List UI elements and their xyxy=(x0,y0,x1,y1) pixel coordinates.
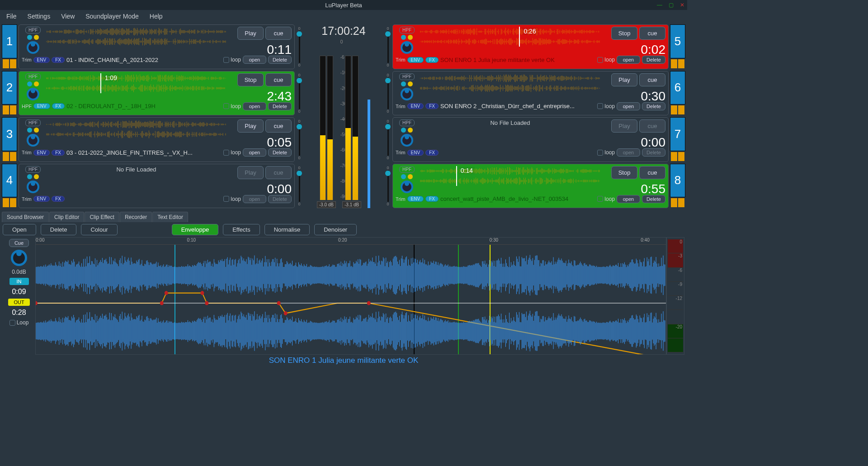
delete-button[interactable]: Delete xyxy=(268,102,292,110)
play-button[interactable]: Stop xyxy=(237,73,264,86)
hpf-button[interactable]: HPF xyxy=(25,119,41,126)
loop-check[interactable]: loop xyxy=(597,57,615,63)
play-button[interactable]: Play xyxy=(237,119,264,133)
open-button[interactable]: open xyxy=(243,148,266,157)
env-chip[interactable]: ENV xyxy=(33,103,50,109)
fx-chip[interactable]: FX xyxy=(52,150,65,156)
waveform-display[interactable] xyxy=(420,73,600,93)
hpf-button[interactable]: HPF xyxy=(25,166,41,173)
slot-number-7[interactable]: 7 xyxy=(670,117,685,151)
slot-number-4[interactable]: 4 xyxy=(2,164,17,198)
env-chip[interactable]: ENV xyxy=(33,150,50,156)
delete-button[interactable]: Delete xyxy=(268,195,292,203)
menu-settings[interactable]: Settings xyxy=(28,13,51,20)
slot-number-6[interactable]: 6 xyxy=(670,71,685,105)
tab-text-editor[interactable]: Text Editor xyxy=(152,212,188,222)
env-chip[interactable]: ENV xyxy=(33,57,50,63)
env-chip[interactable]: ENV xyxy=(407,57,424,63)
gain-knob[interactable] xyxy=(27,134,39,147)
cue-button[interactable]: cue xyxy=(265,27,292,40)
fx-chip[interactable]: FX xyxy=(52,57,65,63)
open-button[interactable]: open xyxy=(243,102,266,110)
cue-button[interactable]: cue xyxy=(265,166,292,179)
open-button[interactable]: open xyxy=(617,148,640,157)
slot-number-2[interactable]: 2 xyxy=(2,71,17,105)
gain-knob[interactable] xyxy=(401,88,413,100)
maximize-icon[interactable]: ▢ xyxy=(669,2,674,8)
fx-chip[interactable]: FX xyxy=(425,196,439,202)
ed-enveloppe-button[interactable]: Enveloppe xyxy=(172,224,218,235)
cue-button[interactable]: cue xyxy=(265,73,292,86)
menu-file[interactable]: File xyxy=(6,13,17,20)
ed-open-button[interactable]: Open xyxy=(3,224,36,235)
fx-chip[interactable]: FX xyxy=(425,57,439,63)
ed-delete-button[interactable]: Delete xyxy=(41,224,77,235)
hpf-button[interactable]: HPF xyxy=(399,166,415,173)
play-button[interactable]: Stop xyxy=(611,166,637,179)
slot-number-8[interactable]: 8 xyxy=(670,164,685,198)
cue-button[interactable]: cue xyxy=(639,27,665,40)
gain-knob[interactable] xyxy=(401,181,413,193)
ed-waveform[interactable]: 0:000:100:200:300:40 xyxy=(35,237,666,355)
open-button[interactable]: open xyxy=(617,102,640,110)
play-button[interactable]: Stop xyxy=(611,27,637,40)
waveform-display[interactable]: 0:26 xyxy=(420,27,600,47)
delete-button[interactable]: Delete xyxy=(642,195,665,203)
tab-clip-effect[interactable]: Clip Effect xyxy=(85,212,119,222)
ed-loop-check[interactable]: Loop xyxy=(9,319,29,326)
env-chip[interactable]: ENV xyxy=(407,103,424,109)
ed-effects-button[interactable]: Effects xyxy=(223,224,260,235)
waveform-display[interactable]: 0:14 xyxy=(420,166,600,186)
slot-volume-8[interactable]: 00 xyxy=(385,164,391,209)
env-chip[interactable]: ENV xyxy=(407,150,424,156)
cue-button[interactable]: cue xyxy=(639,119,665,133)
menu-view[interactable]: View xyxy=(61,13,75,20)
loop-check[interactable]: loop xyxy=(597,103,615,109)
fx-chip[interactable]: FX xyxy=(52,196,65,202)
delete-button[interactable]: Delete xyxy=(642,148,665,157)
slot-volume-4[interactable]: 00 xyxy=(296,164,302,209)
gain-knob[interactable] xyxy=(27,88,39,100)
cue-button[interactable]: cue xyxy=(265,119,292,133)
slot-number-3[interactable]: 3 xyxy=(2,117,17,151)
waveform-display[interactable]: 1:09 xyxy=(46,73,226,93)
loop-check[interactable]: loop xyxy=(597,196,615,202)
play-button[interactable]: Play xyxy=(237,27,264,40)
loop-check[interactable]: loop xyxy=(223,103,241,109)
ed-cue-button[interactable]: Cue xyxy=(9,239,29,247)
play-button[interactable]: Play xyxy=(237,166,264,179)
fx-chip[interactable]: FX xyxy=(425,103,439,109)
slot-number-1[interactable]: 1 xyxy=(2,24,17,58)
menu-soundplayer-mode[interactable]: Soundplayer Mode xyxy=(85,13,139,20)
ed-colour-button[interactable]: Colour xyxy=(81,224,117,235)
env-chip[interactable]: ENV xyxy=(33,196,50,202)
delete-button[interactable]: Delete xyxy=(642,102,665,110)
delete-button[interactable]: Delete xyxy=(268,56,292,64)
hpf-button[interactable]: HPF xyxy=(399,119,415,126)
tab-clip-editor[interactable]: Clip Editor xyxy=(49,212,84,222)
play-button[interactable]: Play xyxy=(611,73,637,86)
close-icon[interactable]: ✕ xyxy=(680,2,684,8)
ed-normalise-button[interactable]: Normalise xyxy=(264,224,310,235)
open-button[interactable]: open xyxy=(617,195,640,203)
env-chip[interactable]: ENV xyxy=(407,196,424,202)
waveform-display[interactable] xyxy=(46,27,226,47)
loop-check[interactable]: loop xyxy=(223,57,241,63)
cue-button[interactable]: cue xyxy=(639,166,665,179)
slot-volume-5[interactable]: 00 xyxy=(385,24,391,69)
slot-volume-7[interactable]: 00 xyxy=(385,117,391,162)
delete-button[interactable]: Delete xyxy=(642,56,665,64)
slot-volume-3[interactable]: 00 xyxy=(296,117,302,162)
ed-out-button[interactable]: OUT xyxy=(8,299,29,306)
delete-button[interactable]: Delete xyxy=(268,148,292,157)
minimize-icon[interactable]: — xyxy=(657,2,662,8)
hpf-button[interactable]: HPF xyxy=(399,73,415,80)
open-button[interactable]: open xyxy=(617,56,640,64)
tab-recorder[interactable]: Recorder xyxy=(120,212,152,222)
menu-help[interactable]: Help xyxy=(150,13,163,20)
fx-chip[interactable]: FX xyxy=(425,150,439,156)
hpf-button[interactable]: HPF xyxy=(399,27,415,33)
gain-knob[interactable] xyxy=(27,41,39,54)
slot-number-5[interactable]: 5 xyxy=(670,24,685,58)
slot-volume-2[interactable]: 00 xyxy=(296,71,302,116)
